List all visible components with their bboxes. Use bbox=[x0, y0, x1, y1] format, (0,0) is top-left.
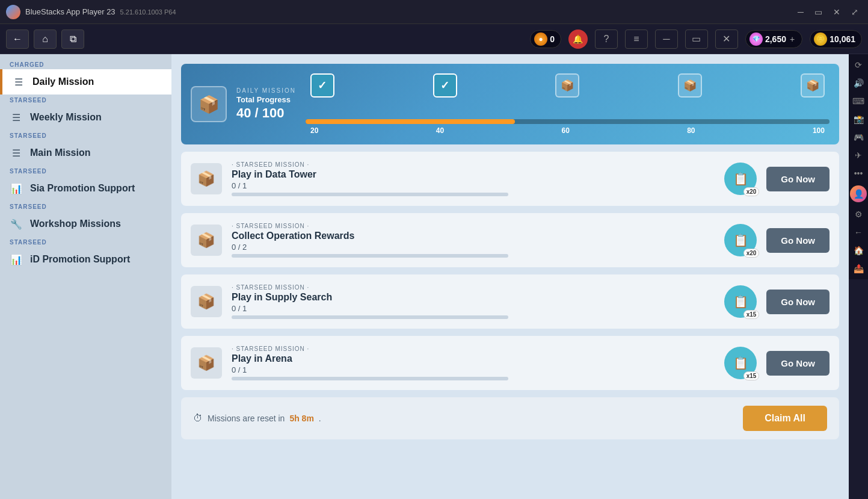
progress-label: DAILY MISSION bbox=[236, 87, 296, 94]
side-icon-settings[interactable]: ⚙ bbox=[850, 206, 867, 223]
reward-icon-2: 📋 bbox=[733, 294, 748, 309]
go-now-btn-1[interactable]: Go Now bbox=[766, 228, 830, 253]
milestone-label-60: 60 bbox=[561, 126, 569, 135]
milestone-label-80: 80 bbox=[687, 126, 695, 135]
restore-win-button[interactable]: ▭ bbox=[685, 29, 708, 49]
mission-tag-3: STARSEED MISSION bbox=[232, 346, 715, 352]
progress-value: 40 / 100 bbox=[236, 105, 296, 121]
side-icon-home[interactable]: 🏠 bbox=[850, 242, 867, 259]
sidebar-item-daily-label: Daily Mission bbox=[32, 76, 94, 87]
clock-icon: ⏱ bbox=[193, 413, 203, 424]
sidebar-section-starseed-2: STARSEED bbox=[0, 130, 171, 140]
app-version: 5.21.610.1003 P64 bbox=[120, 8, 176, 16]
mission-progress-2: 0 / 1 bbox=[232, 304, 715, 313]
reset-suffix: . bbox=[319, 414, 321, 423]
sidebar-item-id-promotion[interactable]: 📊 iD Promotion Support bbox=[0, 247, 171, 272]
sidebar-item-workshop-label: Workshop Missions bbox=[30, 219, 121, 229]
mission-body-3: STARSEED MISSION Play in Arena 0 / 1 bbox=[232, 346, 715, 380]
go-now-btn-0[interactable]: Go Now bbox=[766, 167, 830, 191]
reset-info: ⏱ Missions are reset in 5h 8m . bbox=[193, 413, 321, 424]
title-bar: BlueStacks App Player 23 5.21.610.1003 P… bbox=[0, 0, 868, 24]
main-area: CHARGED ☰ Daily Mission STARSEED ☰ Weekl… bbox=[0, 54, 849, 499]
window-button[interactable]: ⧉ bbox=[61, 29, 84, 49]
sidebar-item-id-label: iD Promotion Support bbox=[30, 254, 130, 265]
sidebar-section-starseed-4: STARSEED bbox=[0, 201, 171, 211]
mission-body-2: STARSEED MISSION Play in Supply Search 0… bbox=[232, 284, 715, 319]
content-area: 📦 DAILY MISSION Total Progress 40 / 100 … bbox=[171, 54, 849, 499]
reward-icon-0: 📋 bbox=[733, 172, 748, 186]
sidebar-item-workshop-missions[interactable]: 🔧 Workshop Missions bbox=[0, 211, 171, 237]
side-icon-more[interactable]: ••• bbox=[850, 165, 867, 182]
side-icon-screenshot[interactable]: 📸 bbox=[850, 111, 867, 128]
sia-promotion-icon: 📊 bbox=[10, 182, 23, 195]
minimize-btn[interactable]: ─ bbox=[794, 6, 807, 18]
side-icon-rotate[interactable]: ⟳ bbox=[850, 57, 867, 73]
side-icon-back[interactable]: ← bbox=[850, 224, 867, 241]
workshop-icon: 🔧 bbox=[10, 217, 23, 231]
minimize-win-button[interactable]: ─ bbox=[655, 29, 678, 49]
milestone-80: 📦 bbox=[678, 73, 702, 98]
mission-body-1: STARSEED MISSION Collect Operation Rewar… bbox=[232, 223, 715, 258]
mission-card-1: 📦 STARSEED MISSION Collect Operation Rew… bbox=[181, 213, 839, 267]
sidebar-item-sia-promotion[interactable]: 📊 Sia Promotion Support bbox=[0, 176, 171, 201]
milestone-label-20: 20 bbox=[310, 126, 318, 135]
reward-icon-1: 📋 bbox=[733, 233, 748, 247]
progress-bar-fill bbox=[306, 119, 515, 124]
mission-progress-3: 0 / 1 bbox=[232, 365, 715, 374]
mission-progress-1: 0 / 2 bbox=[232, 243, 715, 252]
mission-tag-1: STARSEED MISSION bbox=[232, 223, 715, 229]
expand-btn[interactable]: ⤢ bbox=[848, 6, 862, 18]
mission-tag-0: STARSEED MISSION bbox=[232, 161, 715, 168]
close-win-button[interactable]: ✕ bbox=[715, 29, 738, 49]
alert-button[interactable]: 🔔 bbox=[568, 29, 588, 49]
home-button[interactable]: ⌂ bbox=[34, 29, 57, 49]
mission-title-2: Play in Supply Search bbox=[232, 292, 715, 303]
milestone-100: 📦 bbox=[801, 73, 825, 98]
close-btn[interactable]: ✕ bbox=[830, 6, 844, 18]
menu-button[interactable]: ≡ bbox=[625, 29, 648, 49]
side-icon-gamepad[interactable]: 🎮 bbox=[850, 129, 867, 146]
coin-currency: 🪙 10,061 bbox=[810, 30, 862, 48]
side-icon-share[interactable]: 📤 bbox=[850, 260, 867, 277]
reward-icon-3: 📋 bbox=[733, 356, 748, 370]
main-mission-icon: ☰ bbox=[10, 146, 23, 160]
mission-progress-0: 0 / 1 bbox=[232, 181, 715, 190]
gem-currency: 💎 2,650 + bbox=[745, 30, 802, 48]
app-logo bbox=[6, 5, 20, 19]
sidebar-item-daily-mission[interactable]: ☰ Daily Mission bbox=[0, 69, 171, 95]
go-now-btn-3[interactable]: Go Now bbox=[766, 351, 830, 376]
restore-btn[interactable]: ▭ bbox=[811, 6, 826, 18]
weekly-mission-icon: ☰ bbox=[10, 111, 23, 124]
back-button[interactable]: ← bbox=[6, 29, 29, 49]
reward-count-3: x15 bbox=[743, 371, 760, 380]
mission-icon-2: 📦 bbox=[191, 286, 222, 317]
mission-box-icon: 📦 bbox=[191, 86, 227, 122]
reward-count-0: x20 bbox=[743, 187, 760, 196]
points-icon: ● bbox=[534, 33, 547, 46]
progress-title: Total Progress bbox=[236, 95, 296, 104]
sidebar-item-main-mission[interactable]: ☰ Main Mission bbox=[0, 140, 171, 166]
sidebar-section-starseed-3: STARSEED bbox=[0, 166, 171, 176]
side-icon-airplane[interactable]: ✈ bbox=[850, 147, 867, 164]
currency-group: ● 0 🔔 ? ≡ ─ ▭ ✕ 💎 2,650 + 🪙 10,061 bbox=[530, 29, 862, 49]
mission-tag-2: STARSEED MISSION bbox=[232, 284, 715, 291]
sidebar: CHARGED ☰ Daily Mission STARSEED ☰ Weekl… bbox=[0, 54, 171, 499]
points-currency: ● 0 bbox=[530, 30, 561, 48]
app-title: BlueStacks App Player 23 bbox=[25, 7, 115, 16]
mission-bar-bg-0 bbox=[232, 193, 508, 196]
sidebar-section-starseed-5: STARSEED bbox=[0, 237, 171, 247]
side-icon-keyboard[interactable]: ⌨ bbox=[850, 93, 867, 110]
side-icon-volume[interactable]: 🔊 bbox=[850, 75, 867, 91]
gem-value: 2,650 bbox=[765, 34, 786, 44]
mission-title-3: Play in Arena bbox=[232, 353, 715, 364]
content-footer: ⏱ Missions are reset in 5h 8m . Claim Al… bbox=[181, 397, 839, 439]
user-avatar[interactable]: 👤 bbox=[850, 185, 867, 202]
go-now-btn-2[interactable]: Go Now bbox=[766, 290, 830, 314]
reward-badge-0: 📋 x20 bbox=[724, 163, 757, 195]
sidebar-item-weekly-mission[interactable]: ☰ Weekly Mission bbox=[0, 105, 171, 130]
sidebar-item-main-label: Main Mission bbox=[30, 147, 90, 158]
gem-plus: + bbox=[790, 34, 795, 44]
claim-all-button[interactable]: Claim All bbox=[743, 406, 827, 431]
help-button[interactable]: ? bbox=[595, 29, 618, 49]
side-icons-panel: ⟳ 🔊 ⌨ 📸 🎮 ✈ ••• 👤 ⚙ ← 🏠 📤 bbox=[849, 54, 868, 279]
